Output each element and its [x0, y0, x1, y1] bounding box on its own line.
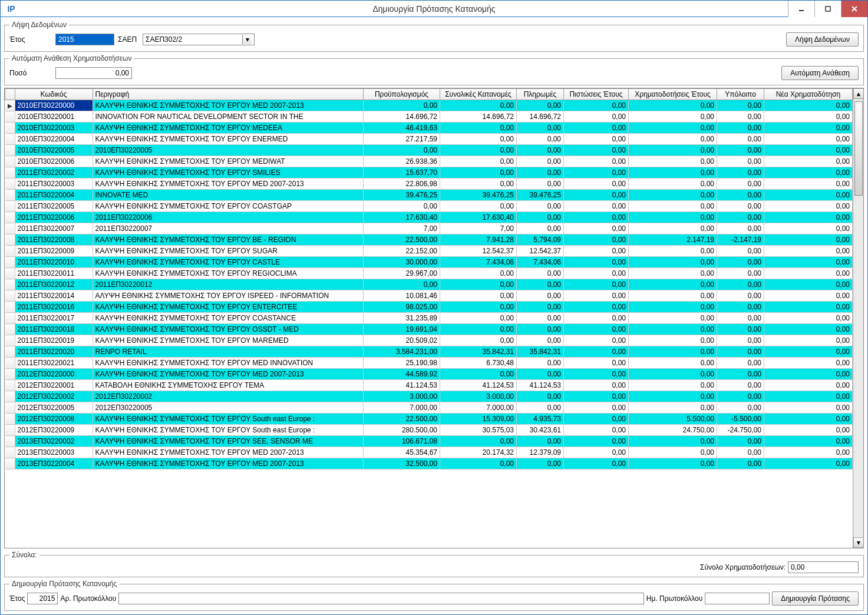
table-row[interactable]: 2011ΕΠ30220020RENPO RETAIL3.584.231,0035… [5, 346, 853, 358]
table-row[interactable]: 2012ΕΠ30220001ΚΑΤΑΒΟΛΗ ΕΘΝΙΚΗΣ ΣΥΜΜΕΤΟΧΗ… [5, 380, 853, 391]
cell-credit[interactable]: 0,00 [564, 346, 629, 358]
cell-bal[interactable]: 0,00 [717, 402, 764, 414]
cell-fund[interactable]: 0,00 [629, 145, 717, 156]
cell-budget[interactable]: 46.419,63 [364, 123, 440, 134]
cell-pay[interactable]: 0,00 [517, 436, 564, 447]
col-payments[interactable]: Πληρωμές [517, 89, 564, 100]
cell-credit[interactable]: 0,00 [564, 402, 629, 414]
cell-alloc[interactable]: 0,00 [440, 201, 517, 212]
cell-alloc[interactable]: 0,00 [440, 178, 517, 190]
table-row[interactable]: 2011ΕΠ30220010ΚΑΛΥΨΗ ΕΘΝΙΚΗΣ ΣΥΜΜΕΤΟΧΗΣ … [5, 257, 853, 268]
cell-new[interactable]: 0,00 [764, 234, 853, 246]
table-row[interactable]: 2010ΕΠ30220003ΚΑΛΥΨΗ ΕΘΝΙΚΗΣ ΣΥΜΜΕΤΟΧΗΣ … [5, 123, 853, 134]
cell-new[interactable]: 0,00 [764, 380, 853, 391]
cell-desc[interactable]: ΚΑΛΥΨΗ ΕΘΝΙΚΗΣ ΣΥΜΜΕΤΟΧΗΣ ΤΟΥ ΕΡΓΟΥ MED … [93, 358, 364, 369]
cell-credit[interactable]: 0,00 [564, 458, 629, 469]
cell-alloc[interactable]: 6.730,48 [440, 358, 517, 369]
cell-fund[interactable]: 0,00 [629, 458, 717, 469]
table-row[interactable]: 2010ΕΠ30220004ΚΑΛΥΨΗ ΕΘΝΙΚΗΣ ΣΥΜΜΕΤΟΧΗΣ … [5, 134, 853, 145]
cell-new[interactable]: 0,00 [764, 212, 853, 223]
cell-desc[interactable]: ΚΑΛΥΨΗ ΕΘΝΙΚΗΣ ΣΥΜΜΕΤΟΧΗΣ ΤΟΥ ΕΡΓΟΥ ENTE… [93, 302, 364, 313]
cell-new[interactable]: 0,00 [764, 156, 853, 167]
cell-budget[interactable]: 45.354,67 [364, 447, 440, 458]
cell-new[interactable]: 0,00 [764, 324, 853, 335]
cell-code[interactable]: 2011ΕΠ30220017 [15, 313, 93, 324]
cell-alloc[interactable]: 41.124,53 [440, 380, 517, 391]
cell-bal[interactable]: 0,00 [717, 156, 764, 167]
create-proposal-button[interactable]: Δημιουργία Πρότασης [772, 591, 859, 606]
cell-desc[interactable]: RENPO RETAIL [93, 346, 364, 358]
cell-code[interactable]: 2012ΕΠ30220009 [15, 425, 93, 436]
cell-budget[interactable]: 44.589,92 [364, 369, 440, 380]
cell-code[interactable]: 2010ΕΠ30220000 [15, 100, 93, 111]
cell-code[interactable]: 2011ΕΠ30220020 [15, 346, 93, 358]
cell-pay[interactable]: 5.794,09 [517, 234, 564, 246]
cell-credit[interactable]: 0,00 [564, 335, 629, 346]
cell-fund[interactable]: 0,00 [629, 212, 717, 223]
cell-fund[interactable]: 0,00 [629, 223, 717, 234]
table-row[interactable]: 2011ΕΠ30220021ΚΑΛΥΨΗ ΕΘΝΙΚΗΣ ΣΥΜΜΕΤΟΧΗΣ … [5, 358, 853, 369]
cell-code[interactable]: 2011ΕΠ30220010 [15, 257, 93, 268]
cell-budget[interactable]: 7,00 [364, 223, 440, 234]
cell-alloc[interactable]: 7,00 [440, 223, 517, 234]
cell-budget[interactable]: 0,00 [364, 201, 440, 212]
cell-budget[interactable]: 26.938,36 [364, 156, 440, 167]
cell-credit[interactable]: 0,00 [564, 380, 629, 391]
cell-budget[interactable]: 0,00 [364, 145, 440, 156]
cell-credit[interactable]: 0,00 [564, 279, 629, 290]
cell-new[interactable]: 0,00 [764, 425, 853, 436]
cell-code[interactable]: 2011ΕΠ30220016 [15, 302, 93, 313]
cell-new[interactable]: 0,00 [764, 358, 853, 369]
cell-bal[interactable]: 0,00 [717, 257, 764, 268]
cell-fund[interactable]: 0,00 [629, 123, 717, 134]
cell-fund[interactable]: 0,00 [629, 346, 717, 358]
cell-pay[interactable]: 0,00 [517, 313, 564, 324]
cell-code[interactable]: 2012ΕΠ30220001 [15, 380, 93, 391]
scroll-down-icon[interactable]: ▾ [853, 537, 864, 548]
cell-new[interactable]: 0,00 [764, 279, 853, 290]
cell-bal[interactable]: 0,00 [717, 335, 764, 346]
cell-credit[interactable]: 0,00 [564, 436, 629, 447]
cell-bal[interactable]: 0,00 [717, 290, 764, 302]
cell-bal[interactable]: 0,00 [717, 246, 764, 257]
cell-budget[interactable]: 17.630,40 [364, 212, 440, 223]
cell-new[interactable]: 0,00 [764, 201, 853, 212]
cell-fund[interactable]: 0,00 [629, 290, 717, 302]
table-row[interactable]: 2011ΕΠ302200062011ΕΠ3022000617.630,4017.… [5, 212, 853, 223]
cell-alloc[interactable]: 0,00 [440, 268, 517, 279]
cell-fund[interactable]: 0,00 [629, 380, 717, 391]
cell-fund[interactable]: 0,00 [629, 313, 717, 324]
cell-desc[interactable]: ΚΑΛΥΨΗ ΕΘΝΙΚΗΣ ΣΥΜΜΕΤΟΧΗΣ ΤΟΥ ΕΡΓΟΥ MED … [93, 100, 364, 111]
cell-credit[interactable]: 0,00 [564, 290, 629, 302]
cell-fund[interactable]: 0,00 [629, 302, 717, 313]
cell-budget[interactable]: 32.500,00 [364, 458, 440, 469]
cell-fund[interactable]: 0,00 [629, 167, 717, 178]
cell-code[interactable]: 2010ΕΠ30220003 [15, 123, 93, 134]
cell-code[interactable]: 2011ΕΠ30220007 [15, 223, 93, 234]
cell-credit[interactable]: 0,00 [564, 145, 629, 156]
cell-budget[interactable]: 3.584.231,00 [364, 346, 440, 358]
cell-desc[interactable]: ΚΑΛΥΨΗ ΕΘΝΙΚΗΣ ΣΥΜΜΕΤΟΧΗΣ ΤΟΥ ΕΡΓΟΥ OSSD… [93, 324, 364, 335]
cell-fund[interactable]: 0,00 [629, 335, 717, 346]
cell-desc[interactable]: ΚΑΛΥΨΗ ΕΘΝΙΚΗΣ ΣΥΜΜΕΤΟΧΗΣ ΤΟΥ ΕΡΓΟΥ CAST… [93, 257, 364, 268]
cell-alloc[interactable]: 30.575,03 [440, 425, 517, 436]
cell-alloc[interactable]: 0,00 [440, 313, 517, 324]
cell-fund[interactable]: 0,00 [629, 257, 717, 268]
cell-pay[interactable]: 0,00 [517, 402, 564, 414]
cell-bal[interactable]: 0,00 [717, 369, 764, 380]
cell-credit[interactable]: 0,00 [564, 100, 629, 111]
cell-fund[interactable]: 5.500,00 [629, 414, 717, 425]
cell-bal[interactable]: 0,00 [717, 313, 764, 324]
cell-desc[interactable]: INNOVATION FOR NAUTICAL DEVELOPMENT SECT… [93, 111, 364, 123]
cell-pay[interactable]: 12.542,37 [517, 246, 564, 257]
cell-new[interactable]: 0,00 [764, 346, 853, 358]
table-row[interactable]: 2010ΕΠ30220001INNOVATION FOR NAUTICAL DE… [5, 111, 853, 123]
saep-dropdown[interactable]: ΣΑΕΠ302/2 ▾ [143, 34, 255, 45]
cell-credit[interactable]: 0,00 [564, 358, 629, 369]
cell-budget[interactable]: 29.967,00 [364, 268, 440, 279]
cell-bal[interactable]: 0,00 [717, 346, 764, 358]
cell-fund[interactable]: 2.147,19 [629, 234, 717, 246]
cell-desc[interactable]: ΚΑΛΥΨΗ ΕΘΝΙΚΗΣ ΣΥΜΜΕΤΟΧΗΣ ΤΟΥ ΕΡΓΟΥ MED … [93, 369, 364, 380]
cell-pay[interactable]: 30.423,61 [517, 425, 564, 436]
table-row[interactable]: 2013ΕΠ30220003ΚΑΛΥΨΗ ΕΘΝΙΚΗΣ ΣΥΜΜΕΤΟΧΗΣ … [5, 447, 853, 458]
